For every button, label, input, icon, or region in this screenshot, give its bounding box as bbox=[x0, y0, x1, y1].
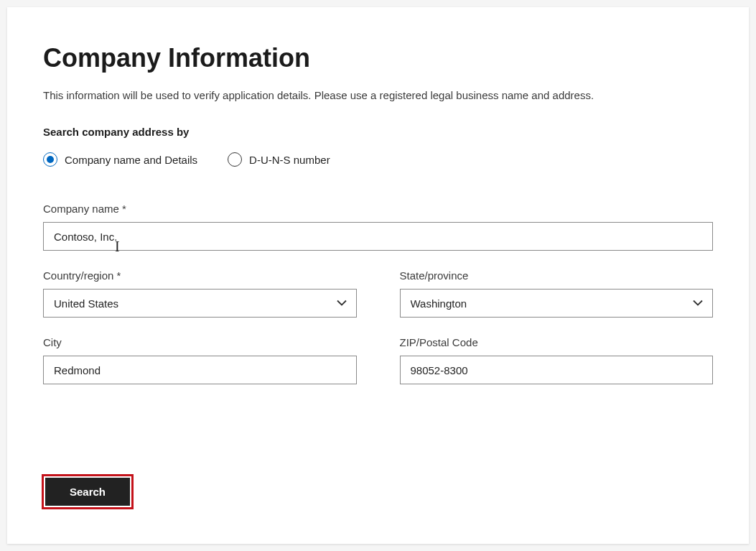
city-input[interactable] bbox=[43, 356, 357, 384]
radio-company-name-label: Company name and Details bbox=[65, 154, 197, 166]
search-button-highlight: Search bbox=[42, 474, 134, 509]
search-by-label: Search company address by bbox=[43, 126, 713, 138]
zip-field-group: ZIP/Postal Code bbox=[400, 336, 714, 384]
page-title: Company Information bbox=[43, 43, 713, 73]
city-field-group: City bbox=[43, 336, 357, 384]
zip-input[interactable] bbox=[400, 356, 714, 384]
state-field-group: State/province bbox=[400, 269, 714, 318]
company-name-field-group: Company name * bbox=[43, 203, 713, 251]
radio-icon-unselected bbox=[228, 152, 242, 167]
country-field-group: Country/region * bbox=[43, 269, 357, 318]
radio-company-name[interactable]: Company name and Details bbox=[43, 152, 197, 167]
company-name-input[interactable] bbox=[43, 222, 713, 251]
radio-duns-label: D-U-N-S number bbox=[249, 154, 330, 166]
state-select[interactable] bbox=[400, 289, 714, 318]
search-by-radio-group: Company name and Details D-U-N-S number bbox=[43, 152, 713, 167]
country-label: Country/region * bbox=[43, 269, 357, 282]
state-label: State/province bbox=[400, 269, 714, 282]
company-information-panel: Company Information This information wil… bbox=[7, 7, 749, 544]
country-select[interactable] bbox=[43, 289, 357, 318]
radio-duns-number[interactable]: D-U-N-S number bbox=[228, 152, 330, 167]
company-name-label: Company name * bbox=[43, 203, 713, 215]
radio-dot-icon bbox=[47, 156, 54, 163]
zip-label: ZIP/Postal Code bbox=[400, 336, 714, 348]
search-button[interactable]: Search bbox=[45, 478, 130, 506]
city-label: City bbox=[43, 336, 357, 348]
page-description: This information will be used to verify … bbox=[43, 89, 713, 101]
radio-icon-selected bbox=[43, 152, 57, 167]
